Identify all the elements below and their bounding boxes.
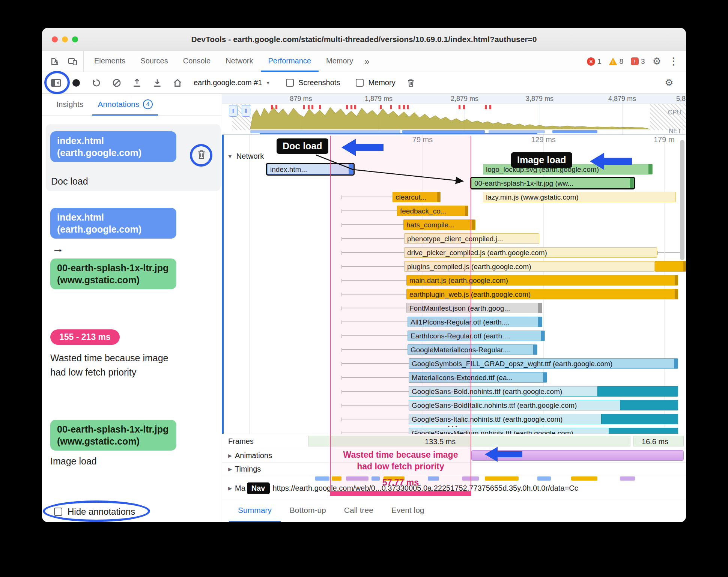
nav-marker-chip[interactable]: Nav <box>247 482 270 494</box>
close-window-button[interactable] <box>52 36 58 42</box>
tab-annotations[interactable]: Annotations 4 <box>92 94 158 116</box>
network-request-bar[interactable] <box>655 261 686 272</box>
tab-sources[interactable]: Sources <box>133 51 175 72</box>
request-whisker <box>341 363 409 364</box>
profile-select-dropdown[interactable]: earth.google.com #1 ▼ <box>194 78 270 87</box>
request-whisker <box>341 280 406 281</box>
request-whisker <box>341 419 409 419</box>
overview-tick-label: 5,8 <box>676 95 686 103</box>
network-request-label: GoogleSymbols_FILL_GRAD_opsz_wght.ttf (e… <box>412 359 612 368</box>
more-requests-indicator[interactable]: ... <box>447 418 459 430</box>
devtools-tab-bar: ElementsSourcesConsoleNetworkPerformance… <box>42 51 686 72</box>
warning-badge[interactable]: ! 8 <box>609 57 624 66</box>
hide-annotations-row[interactable]: Hide annotations <box>54 506 135 517</box>
save-profile-icon[interactable] <box>127 75 147 91</box>
collect-garbage-icon[interactable] <box>401 75 421 91</box>
screenshots-checkbox[interactable] <box>286 79 294 87</box>
more-tabs-button[interactable]: » <box>361 51 373 72</box>
overview-right-handle[interactable]: ‖ <box>242 105 250 117</box>
delete-annotation-button[interactable] <box>193 146 210 163</box>
load-profile-icon[interactable] <box>147 75 167 91</box>
request-whisker <box>341 335 408 336</box>
issues-badge[interactable]: ! 3 <box>631 57 645 66</box>
kebab-menu-icon[interactable]: ⋮ <box>669 56 678 67</box>
memory-checkbox[interactable] <box>356 79 364 87</box>
waterfall-scrollbar[interactable] <box>680 140 684 260</box>
annotations-sidebar: Insights Annotations 4 index.html (earth… <box>42 94 222 522</box>
network-request-label: drive_picker_compiled.js (earth.google.c… <box>407 248 547 257</box>
home-icon[interactable] <box>167 75 188 91</box>
inspect-element-icon[interactable] <box>47 54 63 69</box>
record-button[interactable] <box>66 75 86 91</box>
tab-call-tree[interactable]: Call tree <box>335 499 382 522</box>
reload-and-record-icon[interactable] <box>86 75 107 91</box>
screenshot-mark <box>350 105 352 109</box>
error-badge[interactable]: × 1 <box>587 57 602 66</box>
wasted-time-value: 57.77 ms <box>330 477 471 488</box>
frame-segment[interactable] <box>308 436 630 446</box>
settings-gear-icon[interactable]: ⚙ <box>653 56 661 67</box>
memory-checkbox-row[interactable]: Memory <box>356 78 395 87</box>
zoom-window-button[interactable] <box>72 36 78 42</box>
annotation-link-to-pill[interactable]: 00-earth-splash-1x-ltr.jpg (www.gstatic.… <box>50 258 176 289</box>
activity-chip <box>537 476 551 481</box>
timeline-overview[interactable]: ‖ ‖ CPU NET 879 ms1,879 ms2,879 ms3,879 … <box>222 94 686 135</box>
tab-performance[interactable]: Performance <box>261 51 319 72</box>
network-request-label: GoogleSans-Italic.nohints.ttf (earth.goo… <box>412 415 563 424</box>
warning-icon: ! <box>609 58 617 65</box>
tab-summary[interactable]: Summary <box>229 499 281 522</box>
annotation-entry-pill[interactable]: index.html (earth.google.com) <box>50 131 176 162</box>
screenshot-mark <box>303 105 305 109</box>
minimize-window-button[interactable] <box>62 36 68 42</box>
activity-chip <box>485 476 519 481</box>
network-request-bar[interactable] <box>601 414 678 424</box>
annotation-label-doc-load[interactable]: Doc load <box>51 176 88 187</box>
network-request-label: index.htm... <box>270 165 307 174</box>
tab-console[interactable]: Console <box>176 51 218 72</box>
network-request-label: GoogleSans-BoldItalic.nohints.ttf (earth… <box>412 401 577 410</box>
tab-network[interactable]: Network <box>218 51 260 72</box>
network-request-label: GoogleMaterialIcons-Regular.... <box>411 346 511 354</box>
clear-recording-icon[interactable] <box>107 75 127 91</box>
annotation-entry-pill-image[interactable]: 00-earth-splash-1x-ltr.jpg (www.gstatic.… <box>50 420 176 451</box>
frames-track-label: Frames <box>228 437 254 445</box>
overview-left-handle[interactable]: ‖ <box>229 105 238 117</box>
screenshots-checkbox-row[interactable]: Screenshots <box>286 78 340 87</box>
toggle-sidebar-button[interactable] <box>46 75 66 91</box>
waterfall-tick-label: 79 ms <box>412 135 433 144</box>
device-toolbar-icon[interactable] <box>65 54 81 69</box>
doc-load-annotation-chip[interactable]: Doc load <box>277 138 328 154</box>
annotation-label-image-load[interactable]: Image load <box>50 456 221 467</box>
tab-event-log[interactable]: Event log <box>382 499 433 522</box>
request-whisker <box>341 308 406 308</box>
network-request-bar[interactable] <box>597 386 678 397</box>
wasted-time-range-bar[interactable] <box>330 491 471 496</box>
tab-bottom-up[interactable]: Bottom-up <box>281 499 335 522</box>
activity-chip <box>571 476 597 481</box>
tab-elements[interactable]: Elements <box>87 51 133 72</box>
capture-settings-gear-icon[interactable]: ⚙ <box>659 75 679 91</box>
net-activity-segment <box>250 130 400 133</box>
screenshot-mark <box>354 105 356 109</box>
details-tab-bar: SummaryBottom-upCall treeEvent log <box>222 499 686 522</box>
network-request-bar[interactable] <box>609 428 678 434</box>
request-whisker <box>341 405 409 406</box>
request-whisker <box>341 252 404 253</box>
tab-memory[interactable]: Memory <box>319 51 361 72</box>
request-whisker <box>341 377 409 378</box>
time-range-pill[interactable]: 155 - 213 ms <box>50 329 120 345</box>
performance-main-panel: ‖ ‖ CPU NET 879 ms1,879 ms2,879 ms3,879 … <box>222 94 686 522</box>
request-whisker <box>341 294 406 295</box>
annotation-label-wasted-time[interactable]: Wasted time because image had low fetch … <box>50 351 178 379</box>
image-load-annotation-chip[interactable]: Image load <box>511 152 572 168</box>
annotation-link-from-pill[interactable]: index.html (earth.google.com) <box>50 208 176 239</box>
network-request-bar[interactable] <box>620 400 678 410</box>
screenshot-mark <box>311 105 313 109</box>
overview-tick-label: 1,879 ms <box>365 95 393 103</box>
tab-insights[interactable]: Insights <box>51 94 89 116</box>
main-track-label: Ma <box>235 484 245 493</box>
hide-annotations-checkbox[interactable] <box>54 508 62 516</box>
frames-track[interactable]: Frames 133.5 ms 16.6 ms <box>222 434 686 448</box>
chevron-down-icon: ▼ <box>266 80 270 86</box>
network-track-header[interactable]: ▼ Network <box>227 152 264 161</box>
